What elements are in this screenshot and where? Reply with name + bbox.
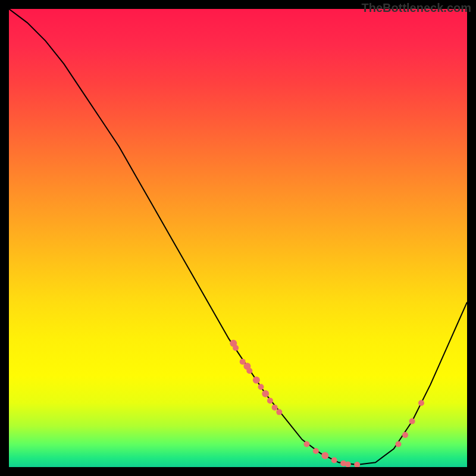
- data-point: [267, 397, 273, 403]
- bottleneck-curve: [9, 9, 467, 465]
- data-point: [253, 377, 260, 384]
- data-point: [246, 368, 252, 374]
- chart-plot-area: [9, 9, 467, 467]
- data-point: [276, 409, 282, 415]
- data-point: [313, 448, 319, 454]
- data-point: [396, 441, 402, 447]
- data-point: [402, 432, 408, 438]
- data-point: [262, 390, 269, 397]
- data-point: [409, 418, 415, 424]
- data-point: [258, 384, 264, 390]
- data-point: [272, 405, 278, 411]
- chart-svg: [9, 9, 467, 467]
- data-point: [304, 441, 310, 447]
- data-points-group: [230, 340, 424, 467]
- watermark-text: TheBottleneck.com: [362, 1, 471, 15]
- data-point: [354, 462, 360, 467]
- data-point: [233, 345, 239, 351]
- data-point: [321, 452, 328, 459]
- data-point: [418, 400, 424, 406]
- data-point: [345, 461, 351, 467]
- data-point: [331, 458, 337, 464]
